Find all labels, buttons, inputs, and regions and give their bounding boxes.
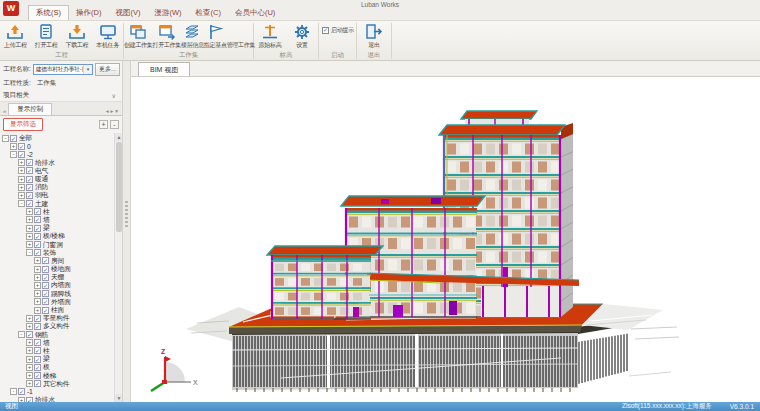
tree-checkbox[interactable]: ✓ — [26, 184, 33, 191]
tree-checkbox[interactable]: ✓ — [10, 135, 17, 142]
tree-item-4[interactable]: +✓电气 — [2, 167, 113, 175]
menu-roam[interactable]: 漫游(W) — [147, 6, 188, 20]
tab-bim-view[interactable]: BIM 视图 — [138, 62, 190, 76]
base-point-button[interactable]: 指定基点 — [204, 23, 227, 50]
tree-item-13[interactable]: +✓门窗洞 — [2, 240, 113, 248]
floor-info-button[interactable]: 楼层信息 — [181, 23, 204, 50]
menu-member-center[interactable]: 会员中心(U) — [228, 6, 282, 20]
expand-toggle-icon[interactable]: + — [26, 315, 33, 322]
tree-checkbox[interactable]: ✓ — [34, 315, 41, 322]
tree-item-1[interactable]: +✓0 — [2, 142, 113, 150]
tree-checkbox[interactable]: ✓ — [34, 216, 41, 223]
expand-toggle-icon[interactable]: + — [26, 225, 33, 232]
tree-item-8[interactable]: -✓土建 — [2, 200, 113, 208]
tree-checkbox[interactable]: ✓ — [34, 233, 41, 240]
collapse-toggle-icon[interactable]: - — [10, 151, 17, 158]
project-name-combobox[interactable]: 建德市村社办事社-施工模型 ▾ — [33, 64, 93, 75]
expand-toggle-icon[interactable]: + — [34, 298, 41, 305]
tree-item-10[interactable]: +✓墙 — [2, 216, 113, 224]
tree-item-5[interactable]: +✓暖通 — [2, 175, 113, 183]
expand-toggle-icon[interactable]: + — [26, 347, 33, 354]
tab-display-control[interactable]: 显示控制 — [8, 103, 52, 115]
tree-checkbox[interactable]: ✓ — [26, 176, 33, 183]
scroll-up-icon[interactable]: ▲ — [115, 133, 122, 141]
create-workset-button[interactable]: 创建工作集 — [124, 23, 153, 50]
collapse-toggle-icon[interactable]: - — [18, 331, 25, 338]
chevron-down-icon[interactable]: ∨ — [112, 92, 116, 99]
tree-checkbox[interactable]: ✓ — [34, 208, 41, 215]
expand-toggle-icon[interactable]: + — [34, 307, 41, 314]
tree-item-24[interactable]: -✓钢筋 — [2, 331, 113, 339]
manage-workset-button[interactable]: 管理工作集 — [227, 23, 256, 50]
bim-3d-viewport[interactable]: XZ — [131, 77, 760, 402]
tree-item-27[interactable]: +✓梁 — [2, 355, 113, 363]
tree-checkbox[interactable]: ✓ — [42, 282, 49, 289]
expand-toggle-icon[interactable]: + — [26, 241, 33, 248]
scrollbar-thumb[interactable] — [116, 142, 122, 232]
tree-checkbox[interactable]: ✓ — [42, 266, 49, 273]
expand-toggle-icon[interactable]: + — [10, 143, 17, 150]
open-project-button[interactable]: 打开工程 — [31, 23, 62, 50]
tree-item-7[interactable]: +✓弱电 — [2, 191, 113, 199]
tree-checkbox[interactable]: ✓ — [18, 388, 25, 395]
tree-checkbox[interactable]: ✓ — [26, 200, 33, 207]
tree-checkbox[interactable]: ✓ — [18, 151, 25, 158]
tree-checkbox[interactable]: ✓ — [42, 290, 49, 297]
more-button[interactable]: 更多... — [95, 63, 120, 76]
collapse-toggle-icon[interactable]: - — [26, 249, 33, 256]
tree-item-3[interactable]: +✓给排水 — [2, 159, 113, 167]
tree-item-9[interactable]: +✓柱 — [2, 208, 113, 216]
tree-item-6[interactable]: +✓消防 — [2, 183, 113, 191]
expand-toggle-icon[interactable]: + — [34, 274, 41, 281]
tree-item-25[interactable]: +✓墙 — [2, 339, 113, 347]
tree-checkbox[interactable]: ✓ — [34, 380, 41, 387]
expand-toggle-icon[interactable]: + — [26, 364, 33, 371]
expand-toggle-icon[interactable]: + — [18, 176, 25, 183]
collapse-toggle-icon[interactable]: - — [18, 200, 25, 207]
download-project-button[interactable]: 下载工程 — [62, 23, 93, 50]
tree-checkbox[interactable]: ✓ — [34, 356, 41, 363]
expand-toggle-icon[interactable]: + — [18, 184, 25, 191]
expand-toggle-icon[interactable]: + — [26, 208, 33, 215]
expand-toggle-icon[interactable]: + — [26, 323, 33, 330]
expand-toggle-icon[interactable]: + — [26, 372, 33, 379]
settings-button[interactable]: 设置 — [286, 23, 318, 50]
scroll-down-icon[interactable]: ▼ — [115, 394, 122, 402]
expand-all-button[interactable]: + — [99, 120, 108, 129]
tree-checkbox[interactable]: ✓ — [34, 249, 41, 256]
collapse-toggle-icon[interactable]: - — [2, 135, 9, 142]
tree-checkbox[interactable]: ✓ — [42, 257, 49, 264]
tree-checkbox[interactable]: ✓ — [42, 298, 49, 305]
expand-toggle-icon[interactable]: + — [26, 339, 33, 346]
panel-splitter[interactable] — [123, 61, 131, 402]
tree-item-30[interactable]: +✓其它构件 — [2, 380, 113, 388]
expand-toggle-icon[interactable]: + — [34, 257, 41, 264]
expand-toggle-icon[interactable]: + — [18, 167, 25, 174]
tree-checkbox[interactable]: ✓ — [26, 159, 33, 166]
tree-item-0[interactable]: -✓全部 — [2, 134, 113, 142]
exit-button[interactable]: 退出 — [357, 23, 391, 50]
collapse-toggle-icon[interactable]: - — [10, 388, 17, 395]
tree-checkbox[interactable]: ✓ — [26, 331, 33, 338]
open-workset-button[interactable]: 打开工作集 — [153, 23, 182, 50]
upload-project-button[interactable]: 上传工程 — [0, 23, 31, 50]
local-tasks-button[interactable]: 本机任务 — [92, 23, 123, 50]
menu-check[interactable]: 检查(C) — [189, 6, 228, 20]
combo-dropdown-icon[interactable]: ▾ — [83, 65, 92, 74]
tree-checkbox[interactable]: ✓ — [34, 347, 41, 354]
display-filter-button[interactable]: 显示筛选 — [3, 118, 43, 131]
expand-toggle-icon[interactable]: + — [26, 380, 33, 387]
expand-toggle-icon[interactable]: + — [26, 216, 33, 223]
startup-tip-checkbox[interactable]: ✓启动提示 — [319, 21, 356, 35]
menu-system[interactable]: 系统(S) — [28, 5, 69, 20]
expand-toggle-icon[interactable]: + — [34, 282, 41, 289]
tree-checkbox[interactable]: ✓ — [34, 241, 41, 248]
tree-checkbox[interactable]: ✓ — [34, 225, 41, 232]
tree-checkbox[interactable]: ✓ — [42, 274, 49, 281]
collapse-all-button[interactable]: - — [110, 120, 119, 129]
tree-item-2[interactable]: -✓-2 — [2, 150, 113, 158]
expand-toggle-icon[interactable]: + — [34, 266, 41, 273]
tree-checkbox[interactable]: ✓ — [34, 372, 41, 379]
tree-item-26[interactable]: +✓柱 — [2, 347, 113, 355]
expand-toggle-icon[interactable]: + — [26, 233, 33, 240]
